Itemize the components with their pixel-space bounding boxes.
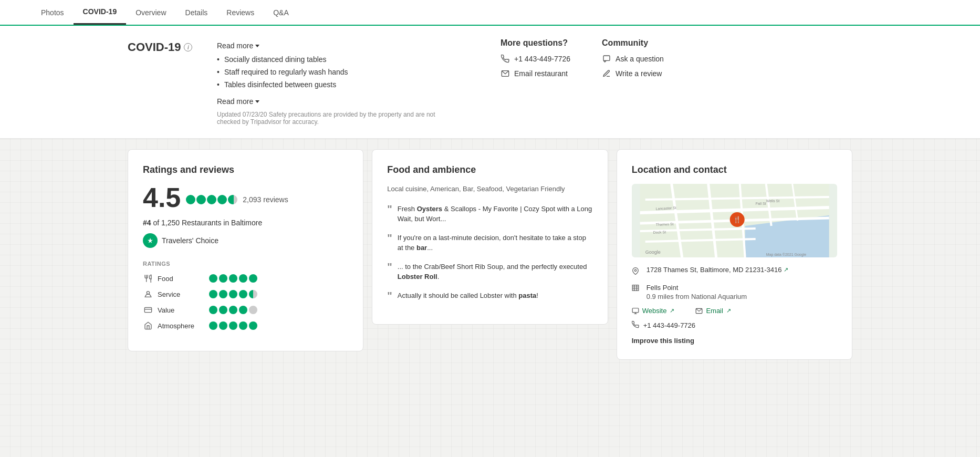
food-icon: [143, 273, 153, 284]
quote-mark: ": [387, 290, 392, 301]
dot: [249, 321, 257, 330]
star-1: [186, 195, 195, 204]
svg-point-26: [634, 269, 637, 272]
travelers-choice: Travelers' Choice: [143, 233, 348, 248]
nav-qna[interactable]: Q&A: [264, 1, 298, 24]
email-row: Email restaurant: [501, 69, 570, 78]
address-link[interactable]: 1728 Thames St, Baltimore, MD 21231-3416…: [647, 266, 789, 274]
dot: [229, 274, 237, 283]
service-rating-row: Service: [143, 289, 348, 299]
dot: [209, 290, 217, 298]
location-phone-row: +1 443-449-7726: [632, 321, 837, 330]
email-icon: [501, 69, 510, 78]
dot: [229, 306, 237, 314]
value-label: Value: [158, 306, 205, 314]
location-card: Location and contact: [617, 149, 852, 360]
svg-text:Google: Google: [645, 250, 660, 255]
email-label: Email: [706, 307, 723, 315]
map-svg: Lancaster St Thames St Dock St Fall St W…: [632, 184, 837, 257]
svg-text:Dock St: Dock St: [653, 230, 666, 234]
tc-label: Travelers' Choice: [162, 236, 218, 245]
building-icon: [632, 284, 641, 293]
neighborhood-label: Fells Point: [647, 284, 747, 292]
service-dots: [209, 290, 257, 298]
community-title: Community: [602, 38, 664, 48]
covid-section: COVID-19 i Read more •Socially distanced…: [0, 26, 980, 139]
dot: [219, 321, 227, 330]
svg-text:🍴: 🍴: [733, 215, 741, 223]
food-card: Food and ambience Local cuisine, America…: [372, 149, 608, 325]
improve-listing-link[interactable]: Improve this listing: [632, 337, 694, 345]
nav-reviews[interactable]: Reviews: [217, 1, 264, 24]
value-dots: [209, 306, 257, 314]
review-quote-4: " Actually it should be called Lobster w…: [387, 290, 592, 301]
phone-icon: [501, 54, 510, 64]
map-container[interactable]: Lancaster St Thames St Dock St Fall St W…: [632, 184, 837, 257]
rating-row: 4.5 2,093 reviews: [143, 184, 348, 215]
dot: [219, 274, 227, 283]
read-more-bottom[interactable]: Read more: [217, 97, 259, 106]
review-quote-3: " ... to the Crab/Beef Short Rib Soup, a…: [387, 262, 592, 282]
quote-mark: ": [387, 262, 392, 282]
covid-info-icon[interactable]: i: [184, 43, 192, 51]
address-row: 1728 Thames St, Baltimore, MD 21231-3416…: [632, 266, 837, 277]
nav-photos[interactable]: Photos: [32, 1, 74, 24]
email-restaurant-link[interactable]: Email restaurant: [514, 69, 568, 78]
quote-mark: ": [387, 233, 392, 253]
stars-container: [186, 195, 237, 204]
covid-bullets-list: •Socially distanced dining tables •Staff…: [217, 55, 479, 89]
dot: [209, 306, 217, 314]
read-more-top[interactable]: Read more: [217, 41, 259, 50]
nav-covid[interactable]: COVID-19: [74, 0, 127, 25]
quote-mark: ": [387, 204, 392, 224]
more-questions: More questions? +1 443-449-7726 Email re…: [501, 38, 570, 126]
atmosphere-label: Atmosphere: [158, 322, 205, 330]
chevron-down-icon: [255, 100, 259, 103]
star-5-half: [228, 195, 237, 204]
dot: [219, 290, 227, 298]
website-link[interactable]: Website ↗: [632, 307, 675, 315]
question-icon: [602, 54, 611, 64]
location-title: Location and contact: [632, 164, 837, 175]
write-review-row: Write a review: [602, 69, 664, 78]
svg-rect-28: [632, 308, 639, 312]
location-phone-icon: [632, 321, 639, 330]
review-count: 2,093 reviews: [243, 195, 288, 204]
dot-half: [249, 290, 257, 298]
ratings-title: Ratings and reviews: [143, 164, 348, 175]
email-external-icon: ↗: [726, 307, 731, 314]
dot: [219, 306, 227, 314]
service-icon: [143, 289, 153, 299]
covid-note: Updated 07/23/20 Safety precautions are …: [217, 111, 448, 126]
big-score: 4.5: [143, 184, 181, 211]
food-label: Food: [158, 275, 205, 283]
star-3: [207, 195, 216, 204]
neighborhood-row: Fells Point 0.9 miles from National Aqua…: [632, 284, 837, 300]
review-text-4: Actually it should be called Lobster wit…: [398, 290, 538, 301]
nav-overview[interactable]: Overview: [126, 1, 175, 24]
covid-bullet: •Staff required to regularly wash hands: [217, 68, 479, 76]
email-link[interactable]: Email ↗: [695, 307, 731, 315]
location-phone[interactable]: +1 443-449-7726: [643, 321, 695, 329]
dot: [239, 290, 247, 298]
dot: [209, 321, 217, 330]
covid-title: COVID-19 i: [128, 40, 196, 54]
review-text-2: If you're on a last-minute decision, don…: [398, 233, 593, 253]
food-dots: [209, 274, 257, 283]
review-quote-1: " Fresh Oysters & Scallops - My Favorite…: [387, 204, 592, 224]
bottom-section: Ratings and reviews 4.5 2,093 reviews #4…: [96, 149, 884, 360]
external-link-icon: ↗: [784, 266, 788, 273]
atmosphere-icon: [143, 320, 153, 331]
write-review-link[interactable]: Write a review: [616, 69, 662, 78]
ask-question-link[interactable]: Ask a question: [616, 55, 664, 63]
svg-text:Fall St: Fall St: [755, 202, 766, 205]
website-email-row: Website ↗ Email ↗: [632, 307, 837, 315]
dot: [239, 306, 247, 314]
covid-phone[interactable]: +1 443-449-7726: [514, 55, 570, 63]
distance-text: 0.9 miles from National Aquarium: [647, 293, 747, 300]
value-rating-row: Value: [143, 305, 348, 315]
ask-question-row: Ask a question: [602, 54, 664, 64]
rank-text: #4 of 1,250 Restaurants in Baltimore: [143, 219, 348, 227]
nav-details[interactable]: Details: [176, 1, 217, 24]
svg-text:Map data ©2021 Google: Map data ©2021 Google: [766, 253, 806, 257]
